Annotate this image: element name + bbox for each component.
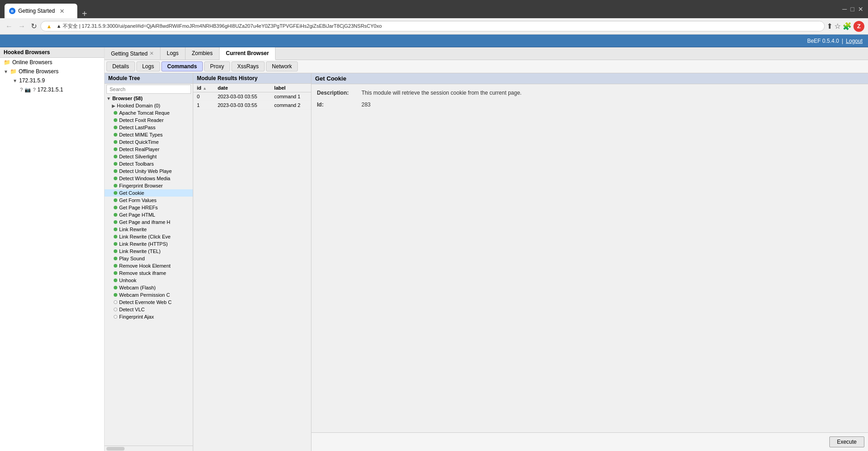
new-tab-button[interactable]: + [79,9,90,18]
module-tree-col: Module Tree ▼ Browser (58) ▶ Hooked Doma… [105,73,193,451]
module-item-get-cookie[interactable]: Get Cookie [105,189,193,197]
sub-expand-icon: ▶ [112,103,115,108]
module-item-lastpass[interactable]: Detect LastPass [105,124,193,131]
address-bar[interactable]: ▲ ▲ 不安全 | 172.31.5.9:3000/ui/panel#id=Qj… [40,21,825,31]
module-item-unhook[interactable]: Unhook [105,277,193,284]
module-label-link-rewrite-click: Link Rewrite (Click Eve [119,234,171,239]
execute-button[interactable]: Execute [829,436,864,447]
dot-realplayer [114,147,117,151]
detail-col: Get Cookie Description: This module will… [311,73,868,451]
dot-get-cookie [114,191,117,195]
module-item-apache[interactable]: Apache Tomcat Reque [105,109,193,117]
tab-getting-started-label: Getting Started [111,51,148,57]
module-item-link-rewrite[interactable]: Link Rewrite [105,226,193,233]
module-item-fingerprint-ajax[interactable]: Fingerprint Ajax [105,313,193,320]
module-item-silverlight[interactable]: Detect Silverlight [105,153,193,160]
module-item-form-values[interactable]: Get Form Values [105,197,193,204]
sub-tab-logs[interactable]: Logs [136,61,160,71]
tab-getting-started-close[interactable]: ✕ [150,51,154,56]
module-item-page-iframe[interactable]: Get Page and iframe H [105,218,193,226]
module-item-vlc[interactable]: Detect VLC [105,306,193,313]
module-item-toolbars[interactable]: Detect Toolbars [105,160,193,167]
profile-icon[interactable]: Z [853,21,864,32]
module-tree-search-input[interactable] [106,85,191,94]
module-label-webcam-perm: Webcam Permission C [119,292,170,298]
sidebar-offline-browsers[interactable]: ▼ 📁 Offline Browsers [0,67,104,76]
module-label-fingerprint-ajax: Fingerprint Ajax [119,314,154,319]
module-sub-group[interactable]: ▶ Hooked Domain (0) [105,102,193,109]
module-item-page-hrefs[interactable]: Get Page HREFs [105,204,193,211]
module-item-remove-iframe[interactable]: Remove stuck iframe [105,269,193,277]
module-item-windows-media[interactable]: Detect Windows Media [105,175,193,182]
nav-forward-button[interactable]: → [16,22,27,30]
module-item-page-html[interactable]: Get Page HTML [105,211,193,218]
sidebar-ip1-sub[interactable]: ? 📷 ? 172.31.5.1 [16,85,104,94]
sub-tab-commands[interactable]: Commands [161,61,203,71]
module-tree-scrollbar[interactable] [105,446,193,451]
detail-content: Description: This module will retrieve t… [311,84,868,432]
dot-lastpass [114,126,117,129]
module-results-header: Module Results History [193,73,311,84]
active-browser-tab[interactable]: B Getting Started ✕ [5,4,77,18]
module-item-mime[interactable]: Detect MIME Types [105,131,193,138]
module-label-page-iframe: Get Page and iframe H [119,219,171,225]
sub-tab-network[interactable]: Network [266,61,298,71]
dot-apache [114,111,117,115]
app-container: Hooked Browsers 📁 Online Browsers ▼ 📁 Of… [0,47,868,451]
module-item-evernote[interactable]: Detect Evernote Web C [105,299,193,306]
camera-icon: 📷 [25,87,31,93]
sidebar-ip1[interactable]: ▼ 172.31.5.9 [9,76,104,85]
extensions-icon[interactable]: 🧩 [843,22,852,30]
tab-current-browser[interactable]: Current Browser [220,47,276,60]
module-label-toolbars: Detect Toolbars [119,161,154,167]
tab-zombies[interactable]: Zombies [186,47,220,60]
tab-current-browser-label: Current Browser [226,50,269,56]
module-item-quicktime[interactable]: Detect QuickTime [105,138,193,146]
cell-date: 2023-03-03 03:55 [214,101,271,110]
module-label-apache: Apache Tomcat Reque [119,110,170,116]
tab-logs[interactable]: Logs [161,47,186,60]
module-item-webcam-flash[interactable]: Webcam (Flash) [105,284,193,291]
nav-reload-button[interactable]: ↻ [29,22,39,30]
share-icon[interactable]: ⬆ [827,22,833,30]
module-label-realplayer: Detect RealPlayer [119,147,160,152]
nav-back-button[interactable]: ← [4,22,15,30]
bookmark-icon[interactable]: ☆ [834,22,841,30]
module-item-link-rewrite-click[interactable]: Link Rewrite (Click Eve [105,233,193,240]
module-item-realplayer[interactable]: Detect RealPlayer [105,146,193,153]
dot-toolbars [114,162,117,166]
beef-header: BeEF 0.5.4.0 | Logout [0,35,868,47]
beef-version-text: BeEF 0.5.4.0 [807,38,839,44]
col-label: label [271,84,311,92]
module-item-link-rewrite-tel[interactable]: Link Rewrite (TEL) [105,248,193,255]
minimize-icon[interactable]: ─ [843,5,847,13]
sub-tab-proxy[interactable]: Proxy [204,61,230,71]
sidebar-online-browsers[interactable]: 📁 Online Browsers [0,58,104,67]
module-item-play-sound[interactable]: Play Sound [105,255,193,262]
tab-close-icon[interactable]: ✕ [60,8,65,15]
folder-expand-icon: ▼ [4,69,8,74]
dot-webcam-flash [114,286,117,289]
module-results-col: Module Results History id ▲ date label [193,73,311,451]
root-group-label: Browser (58) [112,96,143,101]
module-item-foxit[interactable]: Detect Foxit Reader [105,117,193,124]
dot-remove-hook [114,264,117,268]
table-row[interactable]: 0 2023-03-03 03:55 command 1 [193,92,311,101]
sub-tab-details[interactable]: Details [106,61,135,71]
col-id: id ▲ [193,84,214,92]
maximize-icon[interactable]: □ [851,5,854,13]
module-item-link-rewrite-https[interactable]: Link Rewrite (HTTPS) [105,240,193,248]
module-item-fingerprint[interactable]: Fingerprint Browser [105,182,193,189]
module-item-unity[interactable]: Detect Unity Web Playe [105,167,193,175]
sub-tab-xssrays[interactable]: XssRays [231,61,265,71]
tab-getting-started[interactable]: Getting Started ✕ [105,47,161,60]
table-row[interactable]: 1 2023-03-03 03:55 command 2 [193,101,311,110]
dot-silverlight [114,155,117,158]
close-window-icon[interactable]: ✕ [858,5,863,13]
module-item-remove-hook[interactable]: Remove Hook Element [105,262,193,269]
dot-vlc [114,308,117,311]
module-label-quicktime: Detect QuickTime [119,139,159,145]
module-item-webcam-perm[interactable]: Webcam Permission C [105,291,193,299]
logout-link[interactable]: Logout [846,38,863,44]
module-root-group[interactable]: ▼ Browser (58) [105,95,193,102]
